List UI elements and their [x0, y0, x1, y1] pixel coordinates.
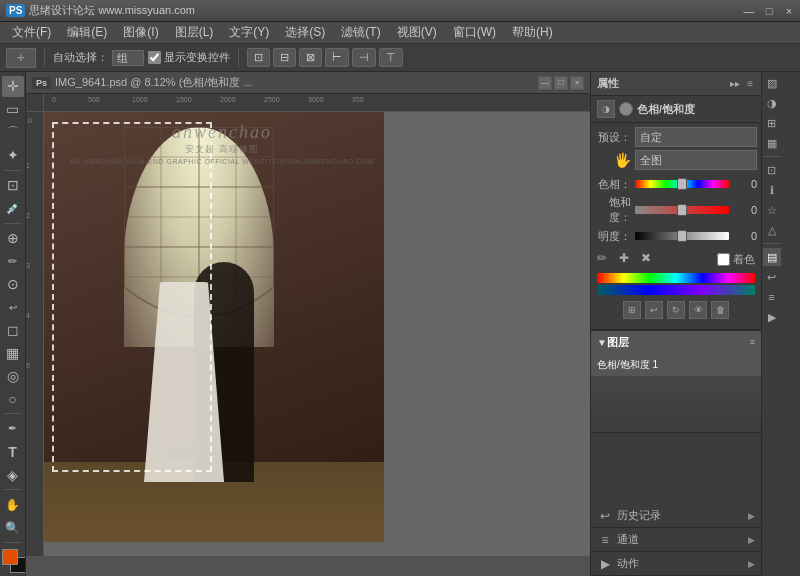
- tool-sep-4: [4, 489, 22, 490]
- watermark-website: AN WENCHAO HIGH-END GRAPHIC OFFICIAL WEB…: [70, 158, 374, 165]
- align-center-button[interactable]: ⊟: [273, 48, 296, 67]
- pen-tool[interactable]: ✒: [2, 418, 24, 439]
- colorize-checkbox[interactable]: [717, 253, 730, 266]
- right-area: 属性 ▸▸ ≡ ◑ 色相/饱和度 预设：: [590, 72, 800, 576]
- menu-view[interactable]: 视图(V): [389, 22, 445, 43]
- bottom-icon-trash[interactable]: 🗑: [711, 301, 729, 319]
- properties-menu-icon[interactable]: ≡: [745, 78, 755, 89]
- move-tool[interactable]: ✛: [2, 76, 24, 97]
- doc-close-button[interactable]: ×: [570, 76, 584, 90]
- sidebar-layers[interactable]: ▤: [763, 248, 781, 266]
- watermark-area: anwenchao 安文超 高端修图 AN WENCHAO HIGH-END G…: [70, 122, 374, 165]
- hue-sat-toggle[interactable]: [619, 102, 633, 116]
- properties-header-icons: ▸▸ ≡: [728, 78, 755, 89]
- align-middle-button[interactable]: ⊣: [352, 48, 376, 67]
- sat-thumb[interactable]: [677, 204, 687, 216]
- close-button[interactable]: ×: [780, 2, 798, 20]
- menu-layer[interactable]: 图层(L): [167, 22, 222, 43]
- layers-header[interactable]: ▼ 图层 ≡: [591, 331, 761, 353]
- menu-select[interactable]: 选择(S): [277, 22, 333, 43]
- menu-file[interactable]: 文件(F): [4, 22, 59, 43]
- dropper-minus-icon[interactable]: ✖: [641, 251, 657, 267]
- menu-filter[interactable]: 滤镜(T): [333, 22, 388, 43]
- gradient-tool[interactable]: ▦: [2, 343, 24, 364]
- clone-tool[interactable]: ⊙: [2, 274, 24, 295]
- lasso-tool[interactable]: ⌒: [2, 122, 24, 143]
- sidebar-color[interactable]: ◑: [763, 94, 781, 112]
- dropper-add-icon[interactable]: ✏: [597, 251, 613, 267]
- menu-text[interactable]: 文字(Y): [221, 22, 277, 43]
- blur-tool[interactable]: ◎: [2, 366, 24, 387]
- icon-sidebar: ▨ ◑ ⊞ ▦ ⊡ ℹ ☆ △ ▤ ↩ ≡ ▶: [761, 72, 781, 576]
- auto-select-dropdown[interactable]: 组 图层: [112, 50, 144, 66]
- hand-tool[interactable]: ✋: [2, 494, 24, 515]
- ruler-v-500: 5: [26, 362, 30, 369]
- heal-tool[interactable]: ⊕: [2, 228, 24, 249]
- transform-controls-checkbox[interactable]: [148, 51, 161, 64]
- doc-minimize-button[interactable]: —: [538, 76, 552, 90]
- text-tool[interactable]: T: [2, 441, 24, 462]
- preset-label: 预设：: [595, 130, 631, 145]
- auto-select-label: 自动选择：: [53, 50, 108, 65]
- align-top-button[interactable]: ⊢: [325, 48, 349, 67]
- eraser-tool[interactable]: ◻: [2, 320, 24, 341]
- sidebar-swatches[interactable]: ▦: [763, 134, 781, 152]
- bottom-icon-1[interactable]: ⊞: [623, 301, 641, 319]
- foreground-color[interactable]: [2, 549, 18, 565]
- channel-dropdown[interactable]: 全图: [635, 150, 757, 170]
- sidebar-channels[interactable]: ≡: [763, 288, 781, 306]
- sidebar-styles[interactable]: ☆: [763, 201, 781, 219]
- preset-dropdown[interactable]: 自定: [635, 127, 757, 147]
- properties-expand-icon[interactable]: ▸▸: [728, 78, 742, 89]
- doc-maximize-button[interactable]: □: [554, 76, 568, 90]
- ruler-h-1000: 1000: [132, 96, 148, 103]
- menu-window[interactable]: 窗口(W): [445, 22, 504, 43]
- align-right-button[interactable]: ⊠: [299, 48, 322, 67]
- crop-tool[interactable]: ⊡: [2, 175, 24, 196]
- options-sep-2: [238, 48, 239, 68]
- eyedropper-tool[interactable]: 💉: [2, 198, 24, 219]
- layers-menu-icon[interactable]: ≡: [750, 337, 755, 347]
- menu-help[interactable]: 帮助(H): [504, 22, 561, 43]
- minimize-button[interactable]: —: [740, 2, 758, 20]
- canvas-viewport[interactable]: anwenchao 安文超 高端修图 AN WENCHAO HIGH-END G…: [44, 112, 590, 556]
- zoom-tool[interactable]: 🔍: [2, 517, 24, 538]
- align-bottom-button[interactable]: ⊤: [379, 48, 403, 67]
- dropper-row: ✏ ✚ ✖ 着色: [591, 247, 761, 271]
- magic-wand-tool[interactable]: ✦: [2, 145, 24, 166]
- options-bar: ✛ 自动选择： 组 图层 显示变换控件 ⊡ ⊟ ⊠ ⊢ ⊣ ⊤: [0, 44, 800, 72]
- sidebar-history[interactable]: ↩: [763, 268, 781, 286]
- sat-label: 饱和度：: [595, 195, 631, 225]
- layers-title: 图层: [607, 335, 629, 350]
- shape-tool[interactable]: ◈: [2, 464, 24, 485]
- sidebar-histogram[interactable]: ▨: [763, 74, 781, 92]
- menu-edit[interactable]: 编辑(E): [59, 22, 115, 43]
- light-thumb[interactable]: [677, 230, 687, 242]
- channels-panel[interactable]: ≡ 通道 ▶: [591, 528, 761, 552]
- sidebar-sep-2: [764, 243, 780, 244]
- history-brush-tool[interactable]: ↩: [2, 297, 24, 318]
- brush-tool[interactable]: ✏: [2, 251, 24, 272]
- maximize-button[interactable]: □: [760, 2, 778, 20]
- sidebar-info[interactable]: ℹ: [763, 181, 781, 199]
- ruler-h-0: 0: [52, 96, 56, 103]
- sidebar-paths[interactable]: △: [763, 221, 781, 239]
- dropper-add-plus-icon[interactable]: ✚: [619, 251, 635, 267]
- actions-panel[interactable]: ▶ 动作 ▶: [591, 552, 761, 576]
- ruler-v-300: 3: [26, 262, 30, 269]
- select-tool[interactable]: ▭: [2, 99, 24, 120]
- sidebar-navigator[interactable]: ⊞: [763, 114, 781, 132]
- menu-image[interactable]: 图像(I): [115, 22, 166, 43]
- sidebar-sep-1: [764, 156, 780, 157]
- sidebar-adjustments[interactable]: ⊡: [763, 161, 781, 179]
- sidebar-actions[interactable]: ▶: [763, 308, 781, 326]
- bottom-icon-3[interactable]: ↻: [667, 301, 685, 319]
- bottom-icon-eye[interactable]: 👁: [689, 301, 707, 319]
- history-panel[interactable]: ↩ 历史记录 ▶: [591, 504, 761, 528]
- bottom-icon-2[interactable]: ↩: [645, 301, 663, 319]
- layer-item-selected[interactable]: 色相/饱和度 1: [591, 353, 761, 377]
- watermark-brand: anwenchao: [70, 122, 374, 143]
- align-left-button[interactable]: ⊡: [247, 48, 270, 67]
- dodge-tool[interactable]: ○: [2, 389, 24, 410]
- hue-thumb[interactable]: [677, 178, 687, 190]
